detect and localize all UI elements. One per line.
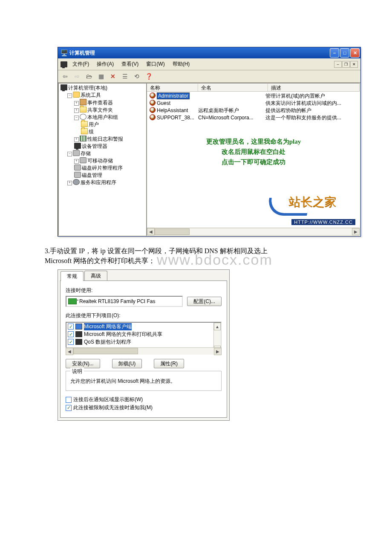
scroll-right-button[interactable]: ▶: [214, 348, 222, 355]
cell-description: 这是一个帮助和支持服务的提供...: [264, 114, 359, 121]
cell-fullname: [196, 92, 264, 100]
list-item[interactable]: HelpAssistant 远程桌面助手帐户 提供远程协助的帐户: [148, 107, 359, 114]
properties-button[interactable]: ☰: [120, 72, 130, 81]
scroll-right-button[interactable]: ▶: [352, 228, 360, 235]
node-shared[interactable]: 共享文件夹: [87, 107, 113, 113]
scroll-up-button[interactable]: ▲: [214, 323, 221, 330]
cell-fullname: 远程桌面助手帐户: [196, 107, 264, 114]
node-event-viewer[interactable]: 事件查看器: [87, 100, 113, 106]
collapse-toggle[interactable]: −: [74, 116, 79, 120]
scroll-thumb[interactable]: [73, 348, 138, 354]
cell-description: 供来宾访问计算机或访问域的内...: [264, 100, 359, 107]
checkbox[interactable]: ✓: [68, 331, 74, 337]
back-button[interactable]: ⇦: [61, 72, 70, 81]
node-perf[interactable]: 性能日志和警报: [87, 136, 123, 142]
toolbar: ⇦ ⇨ 🗁 ▦ ✕ ☰ ⟲ ❓: [58, 70, 360, 83]
minimize-button[interactable]: –: [330, 48, 339, 58]
service-icon: [75, 331, 82, 337]
install-button[interactable]: 安装(N)...: [66, 359, 100, 368]
uninstall-button[interactable]: 卸载(U): [112, 359, 142, 368]
checkbox[interactable]: ✓: [68, 324, 74, 330]
expand-toggle[interactable]: +: [74, 159, 79, 164]
refresh-button[interactable]: ⟲: [132, 72, 141, 81]
node-users[interactable]: 用户: [89, 121, 99, 127]
node-local-users[interactable]: 本地用户和组: [87, 114, 118, 120]
node-defrag[interactable]: 磁盘碎片整理程序: [82, 165, 123, 171]
expand-toggle[interactable]: +: [74, 137, 79, 142]
app-icon: 🖥️: [61, 49, 68, 56]
cell-name: HelpAssistant: [157, 107, 188, 113]
node-storage[interactable]: 存储: [81, 150, 91, 156]
show-icon-checkbox[interactable]: ✓: [66, 397, 72, 403]
menu-view[interactable]: 查看(V): [118, 60, 142, 69]
user-icon: [150, 114, 156, 120]
menu-file[interactable]: 文件(F): [69, 60, 92, 69]
expand-toggle[interactable]: +: [74, 101, 79, 106]
mdi-restore[interactable]: ❐: [342, 61, 350, 68]
book-icon: [80, 99, 86, 105]
list-item[interactable]: Guest 供来宾访问计算机或访问域的内...: [148, 100, 359, 107]
component-properties-button[interactable]: 属性(R): [154, 359, 184, 368]
perf-icon: [80, 136, 86, 142]
list-item[interactable]: Administrator 管理计算机(域)的内置帐户: [148, 92, 359, 100]
window-title: 计算机管理: [69, 49, 95, 57]
forward-button[interactable]: ⇨: [72, 72, 82, 81]
uses-items-label: 此连接使用下列项目(O):: [66, 312, 222, 319]
menu-window[interactable]: 窗口(W): [143, 60, 168, 69]
list-rows[interactable]: Administrator 管理计算机(域)的内置帐户 Guest 供来宾访问计…: [147, 92, 360, 228]
users-icon: [80, 114, 86, 120]
show-icon-label: 连接后在通知区域显示图标(W): [73, 396, 143, 403]
client-icon: [75, 324, 82, 330]
col-description[interactable]: 描述: [268, 84, 360, 91]
tree-pane[interactable]: 计算机管理(本地) −系统工具 +事件查看器 +共享文件夹 −本地用户和组 用户: [58, 83, 146, 236]
help-button[interactable]: ❓: [144, 72, 153, 81]
collapse-toggle[interactable]: −: [67, 152, 72, 156]
node-groups[interactable]: 组: [89, 129, 94, 135]
menu-help[interactable]: 帮助(H): [169, 60, 193, 69]
collapse-toggle[interactable]: −: [67, 93, 72, 98]
diskmgmt-icon: [74, 172, 81, 178]
scroll-left-button[interactable]: ◀: [66, 348, 73, 355]
component-item[interactable]: ✓ Microsoft 网络客户端: [66, 323, 213, 330]
tab-advanced[interactable]: 高级: [84, 271, 107, 280]
show-hide-button[interactable]: ▦: [96, 72, 106, 81]
computer-management-window: 🖥️ 计算机管理 – □ ✕ 文件(F) 操作(A) 查看(V) 窗口(W) 帮…: [58, 47, 361, 237]
tree-root[interactable]: 计算机管理(本地): [68, 85, 107, 91]
col-name[interactable]: 名称: [147, 84, 198, 91]
list-item[interactable]: SUPPORT_38... CN=Microsoft Corpora... 这是…: [148, 114, 359, 121]
folder-icon: [81, 121, 88, 127]
connect-using-label: 连接时使用:: [66, 287, 222, 294]
notify-checkbox[interactable]: ✓: [66, 405, 72, 411]
menu-action[interactable]: 操作(A): [93, 60, 117, 69]
nic-icon: [68, 298, 77, 304]
component-item[interactable]: ✓ Microsoft 网络的文件和打印机共享: [66, 330, 213, 338]
expand-toggle[interactable]: +: [74, 108, 79, 113]
component-label: QoS 数据包计划程序: [84, 338, 131, 346]
configure-button[interactable]: 配置(C)...: [187, 297, 222, 306]
expand-toggle[interactable]: +: [67, 181, 72, 185]
tab-general[interactable]: 常规: [61, 271, 84, 281]
adapter-name: Realtek RTL8139 Family PCI Fas: [79, 298, 156, 304]
node-systools[interactable]: 系统工具: [81, 92, 101, 98]
rename-edit[interactable]: Administrator: [157, 92, 190, 99]
node-device-mgr[interactable]: 设备管理器: [82, 143, 107, 149]
col-fullname[interactable]: 全名: [198, 84, 268, 91]
titlebar[interactable]: 🖥️ 计算机管理 – □ ✕: [58, 47, 360, 58]
node-diskmgmt[interactable]: 磁盘管理: [82, 172, 102, 178]
checkbox[interactable]: ✓: [68, 339, 74, 345]
maximize-button[interactable]: □: [340, 48, 349, 58]
network-properties-dialog: 常规 高级 连接时使用: Realtek RTL8139 Family PCI …: [58, 269, 230, 421]
mdi-close[interactable]: ✕: [350, 61, 358, 68]
scroll-left-button[interactable]: ◀: [147, 228, 155, 235]
components-hscroll[interactable]: ◀ ▶: [66, 347, 222, 355]
scroll-thumb[interactable]: [155, 228, 190, 235]
node-services[interactable]: 服务和应用程序: [81, 179, 116, 185]
up-button[interactable]: 🗁: [84, 72, 94, 81]
horizontal-scrollbar[interactable]: ◀ ▶: [147, 228, 360, 235]
delete-button[interactable]: ✕: [108, 72, 118, 81]
component-item[interactable]: ✓ QoS 数据包计划程序: [66, 338, 213, 346]
close-button[interactable]: ✕: [350, 48, 360, 58]
node-removable[interactable]: 可移动存储: [87, 158, 113, 164]
watermark-logo: 站长之家: [268, 185, 357, 219]
mdi-minimize[interactable]: –: [334, 61, 342, 68]
